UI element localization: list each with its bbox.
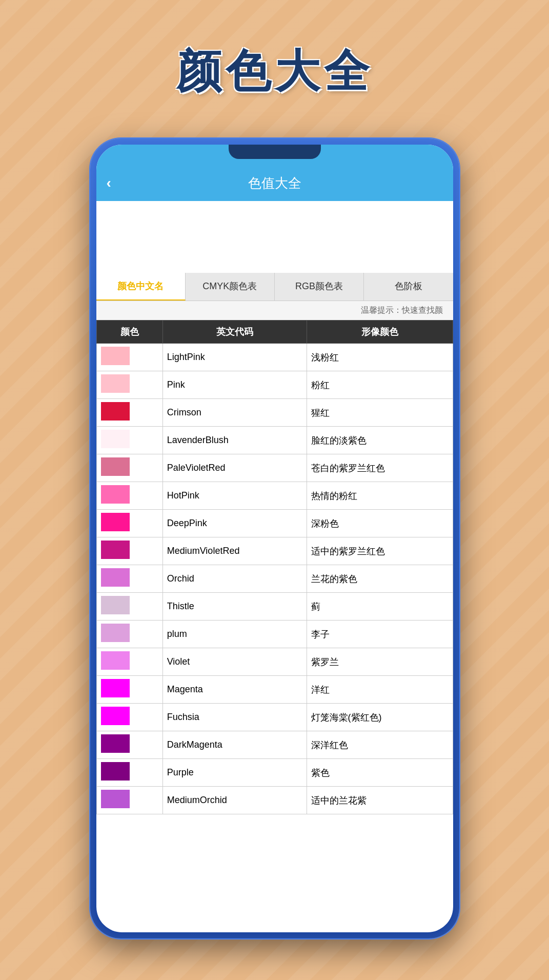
color-swatch: [101, 541, 130, 559]
table-row[interactable]: LightPink浅粉红: [96, 344, 453, 371]
color-name-zh: 李子: [307, 621, 453, 648]
color-name-en: Pink: [162, 371, 307, 399]
color-swatch: [101, 347, 130, 365]
color-swatch-cell: [96, 676, 162, 704]
color-swatch-cell: [96, 399, 162, 427]
color-name-zh: 兰花的紫色: [307, 565, 453, 593]
table-row[interactable]: Violet紫罗兰: [96, 648, 453, 676]
color-swatch-cell: [96, 344, 162, 371]
phone-inner: ‹ 色值大全 颜色中文名 CMYK颜色表 RGB颜色表 色阶板 温馨提示：快速查…: [96, 145, 453, 932]
color-name-en: Magenta: [162, 676, 307, 704]
color-swatch-cell: [96, 593, 162, 621]
color-swatch-cell: [96, 565, 162, 593]
color-name-zh: 浅粉红: [307, 344, 453, 371]
color-name-zh: 洋红: [307, 676, 453, 704]
color-name-en: PaleVioletRed: [162, 454, 307, 482]
color-name-zh: 蓟: [307, 593, 453, 621]
color-swatch-cell: [96, 731, 162, 759]
table-row[interactable]: PaleVioletRed苍白的紫罗兰红色: [96, 454, 453, 482]
color-swatch: [101, 651, 130, 670]
col-header-color: 颜色: [96, 321, 162, 344]
tab-gradient[interactable]: 色阶板: [364, 273, 453, 301]
table-row[interactable]: Purple紫色: [96, 759, 453, 787]
color-name-en: DeepPink: [162, 510, 307, 537]
color-table: 颜色 英文代码 形像颜色 LightPink浅粉红Pink粉红Crimson猩红…: [96, 320, 453, 814]
color-swatch: [101, 513, 130, 531]
color-swatch: [101, 707, 130, 725]
table-row[interactable]: Fuchsia灯笼海棠(紫红色): [96, 704, 453, 731]
color-name-en: Violet: [162, 648, 307, 676]
color-swatch-cell: [96, 704, 162, 731]
table-container: 颜色 英文代码 形像颜色 LightPink浅粉红Pink粉红Crimson猩红…: [96, 320, 453, 814]
table-row[interactable]: DeepPink深粉色: [96, 510, 453, 537]
color-name-en: LavenderBlush: [162, 427, 307, 454]
color-swatch: [101, 596, 130, 614]
color-swatch-cell: [96, 427, 162, 454]
color-swatch: [101, 374, 130, 393]
color-name-en: MediumVioletRed: [162, 537, 307, 565]
color-name-zh: 紫色: [307, 759, 453, 787]
color-swatch-cell: [96, 759, 162, 787]
color-swatch: [101, 457, 130, 476]
table-row[interactable]: LavenderBlush脸红的淡紫色: [96, 427, 453, 454]
color-swatch: [101, 790, 130, 808]
color-swatch-cell: [96, 787, 162, 814]
color-swatch: [101, 402, 130, 421]
table-row[interactable]: Crimson猩红: [96, 399, 453, 427]
ad-banner: [96, 201, 453, 273]
color-swatch: [101, 624, 130, 642]
col-header-name: 英文代码: [162, 321, 307, 344]
color-swatch: [101, 568, 130, 587]
color-swatch-cell: [96, 537, 162, 565]
color-swatch: [101, 734, 130, 753]
color-name-zh: 脸红的淡紫色: [307, 427, 453, 454]
color-name-en: HotPink: [162, 482, 307, 510]
table-row[interactable]: DarkMagenta深洋红色: [96, 731, 453, 759]
tab-cmyk[interactable]: CMYK颜色表: [186, 273, 275, 301]
phone-notch: [229, 145, 321, 159]
color-name-zh: 适中的兰花紫: [307, 787, 453, 814]
color-swatch-cell: [96, 510, 162, 537]
table-row[interactable]: Thistle蓟: [96, 593, 453, 621]
color-name-en: Crimson: [162, 399, 307, 427]
hint-bar: 温馨提示：快速查找颜: [96, 301, 453, 320]
color-name-zh: 热情的粉红: [307, 482, 453, 510]
color-name-zh: 适中的紫罗兰红色: [307, 537, 453, 565]
table-row[interactable]: MediumVioletRed适中的紫罗兰红色: [96, 537, 453, 565]
back-button[interactable]: ‹: [107, 175, 111, 191]
color-swatch-cell: [96, 371, 162, 399]
table-row[interactable]: MediumOrchid适中的兰花紫: [96, 787, 453, 814]
color-swatch: [101, 430, 130, 448]
tabs-bar: 颜色中文名 CMYK颜色表 RGB颜色表 色阶板: [96, 273, 453, 301]
phone-frame: ‹ 色值大全 颜色中文名 CMYK颜色表 RGB颜色表 色阶板 温馨提示：快速查…: [90, 138, 459, 938]
color-name-zh: 紫罗兰: [307, 648, 453, 676]
app-header: ‹ 色值大全: [96, 165, 453, 201]
color-swatch: [101, 762, 130, 781]
tab-rgb[interactable]: RGB颜色表: [275, 273, 364, 301]
color-name-en: MediumOrchid: [162, 787, 307, 814]
color-name-en: plum: [162, 621, 307, 648]
table-row[interactable]: Pink粉红: [96, 371, 453, 399]
color-name-en: Orchid: [162, 565, 307, 593]
color-name-zh: 深粉色: [307, 510, 453, 537]
color-name-en: LightPink: [162, 344, 307, 371]
color-name-zh: 粉红: [307, 371, 453, 399]
color-swatch-cell: [96, 482, 162, 510]
header-title: 色值大全: [248, 174, 301, 192]
color-name-zh: 猩红: [307, 399, 453, 427]
color-name-en: Fuchsia: [162, 704, 307, 731]
color-name-zh: 苍白的紫罗兰红色: [307, 454, 453, 482]
col-header-zh: 形像颜色: [307, 321, 453, 344]
table-row[interactable]: plum李子: [96, 621, 453, 648]
tab-color-chinese[interactable]: 颜色中文名: [96, 273, 186, 301]
table-row[interactable]: HotPink热情的粉红: [96, 482, 453, 510]
color-name-zh: 深洋红色: [307, 731, 453, 759]
color-swatch: [101, 679, 130, 697]
color-swatch-cell: [96, 648, 162, 676]
page-title: 颜色大全: [0, 41, 549, 102]
table-row[interactable]: Magenta洋红: [96, 676, 453, 704]
table-row[interactable]: Orchid兰花的紫色: [96, 565, 453, 593]
color-name-zh: 灯笼海棠(紫红色): [307, 704, 453, 731]
color-swatch: [101, 485, 130, 504]
color-swatch-cell: [96, 454, 162, 482]
